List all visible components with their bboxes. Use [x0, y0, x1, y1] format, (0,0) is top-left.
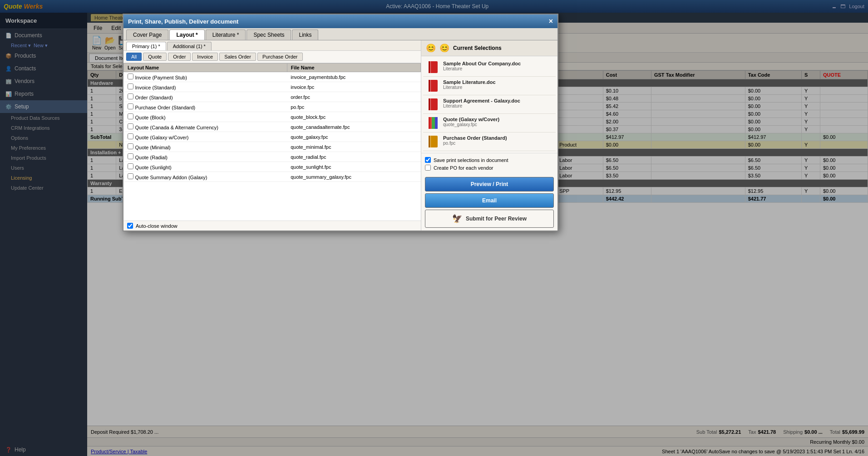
- filter-bar: All Quote Order Invoice Sales Order Purc…: [123, 51, 421, 63]
- list-item[interactable]: Quote Summary Addon (Galaxy) quote_summa…: [124, 172, 421, 182]
- filter-sales-order[interactable]: Sales Order: [219, 53, 256, 61]
- svg-rect-7: [429, 98, 430, 110]
- layout-checkbox[interactable]: [128, 133, 133, 139]
- smiley-happy-icon: 😊: [439, 43, 449, 53]
- selection-title-4: Quote (Galaxy w/Cover): [443, 117, 552, 122]
- selection-sub-4: quote_galaxy.fpc: [443, 122, 552, 127]
- file-name: quote_canadaalternate.fpc: [287, 122, 420, 132]
- list-item[interactable]: Quote (Block) quote_block.fpc: [124, 112, 421, 122]
- book-icon-3: [427, 98, 439, 111]
- selection-text-2: Sample Literature.doc Literature: [443, 79, 552, 90]
- list-item[interactable]: Invoice (Payment Stub) invoice_paymentst…: [124, 72, 421, 82]
- option-po-row: Create PO for each vendor: [425, 164, 554, 172]
- auto-close-checkbox[interactable]: [127, 223, 133, 229]
- file-name: quote_sunlight.fpc: [287, 162, 420, 172]
- filter-all[interactable]: All: [126, 53, 142, 61]
- sub-tab-primary[interactable]: Primary (1) *: [126, 42, 166, 50]
- layout-checkbox[interactable]: [128, 123, 133, 129]
- tab-links[interactable]: Links: [292, 29, 318, 40]
- layout-checkbox[interactable]: [128, 93, 133, 99]
- book-icon-4: [427, 117, 439, 129]
- modal-close-button[interactable]: ×: [549, 17, 553, 25]
- layout-checkbox[interactable]: [128, 153, 133, 159]
- layout-checkbox[interactable]: [128, 103, 133, 109]
- email-button[interactable]: Email: [425, 193, 554, 208]
- tab-spec-sheets[interactable]: Spec Sheets: [247, 29, 291, 40]
- selections-list: Sample About Our Company.doc Literature: [421, 56, 557, 153]
- col-layout-name: Layout Name: [124, 64, 287, 72]
- peer-review-button[interactable]: 🦅 Submit for Peer Review: [425, 210, 554, 228]
- selection-title-3: Support Agreement - Galaxy.doc: [443, 98, 552, 103]
- list-item: Purchase Order (Standard) po.fpc: [423, 132, 556, 151]
- tab-layout[interactable]: Layout *: [169, 29, 204, 40]
- tab-cover-page[interactable]: Cover Page: [126, 29, 168, 40]
- peer-review-icon: 🦅: [452, 214, 462, 224]
- book-icon-2: [427, 79, 439, 92]
- sub-tab-additional[interactable]: Additional (1) *: [167, 42, 212, 50]
- selection-sub-5: po.fpc: [443, 141, 552, 146]
- smiley-yellow-icon: 😊: [426, 43, 436, 53]
- peer-review-label: Submit for Peer Review: [466, 216, 527, 222]
- svg-rect-2: [430, 61, 431, 73]
- layout-checkbox[interactable]: [128, 143, 133, 149]
- file-name: order.fpc: [287, 92, 420, 102]
- svg-rect-1: [429, 61, 430, 73]
- svg-rect-8: [430, 98, 431, 110]
- sub-tabs: Primary (1) * Additional (1) *: [123, 40, 421, 51]
- current-selections-header: 😊 😊 Current Selections: [421, 40, 557, 56]
- current-selections-title: Current Selections: [453, 45, 502, 51]
- list-item[interactable]: Quote (Canada & Alternate Currency) quot…: [124, 122, 421, 132]
- file-name: quote_minimal.fpc: [287, 142, 420, 152]
- layout-table-area: Layout Name File Name Invoice (Payment S…: [123, 63, 421, 221]
- filter-purchase-order[interactable]: Purchase Order: [257, 53, 303, 61]
- selection-title-1: Sample About Our Company.doc: [443, 61, 552, 66]
- file-name: invoice.fpc: [287, 82, 420, 92]
- option-save-label: Save print selections in document: [434, 157, 508, 163]
- selection-sub-1: Literature: [443, 66, 552, 71]
- col-file-name: File Name: [287, 64, 420, 72]
- layout-table: Layout Name File Name Invoice (Payment S…: [123, 63, 421, 182]
- modal-body: Primary (1) * Additional (1) * All Quote…: [123, 40, 557, 230]
- layout-checkbox[interactable]: [128, 173, 133, 179]
- list-item[interactable]: Quote (Galaxy w/Cover) quote_galaxy.fpc: [124, 132, 421, 142]
- list-item[interactable]: Quote (Sunlight) quote_sunlight.fpc: [124, 162, 421, 172]
- filter-quote[interactable]: Quote: [143, 53, 167, 61]
- preview-print-button[interactable]: Preview / Print: [425, 177, 554, 191]
- svg-rect-5: [430, 80, 431, 92]
- filter-invoice[interactable]: Invoice: [192, 53, 218, 61]
- option-po-checkbox[interactable]: [425, 165, 431, 171]
- selection-text-1: Sample About Our Company.doc Literature: [443, 61, 552, 71]
- svg-rect-15: [430, 136, 431, 147]
- option-save-checkbox[interactable]: [425, 157, 431, 163]
- list-item[interactable]: Purchase Order (Standard) po.fpc: [124, 102, 421, 112]
- modal-title: Print, Share, Publish, Deliver document: [128, 18, 238, 25]
- layout-checkbox[interactable]: [128, 163, 133, 169]
- layout-table-header: Layout Name File Name: [124, 64, 421, 72]
- layout-checkbox[interactable]: [128, 83, 133, 89]
- file-name: invoice_paymentstub.fpc: [287, 72, 420, 82]
- selection-text-5: Purchase Order (Standard) po.fpc: [443, 135, 552, 146]
- modal-left-panel: Primary (1) * Additional (1) * All Quote…: [123, 40, 421, 230]
- list-item[interactable]: Order (Standard) order.fpc: [124, 92, 421, 102]
- auto-close-bar: Auto-close window: [123, 221, 421, 230]
- file-name: quote_block.fpc: [287, 112, 420, 122]
- book-icon-5: [427, 135, 439, 148]
- layout-checkbox[interactable]: [128, 113, 133, 119]
- svg-rect-14: [429, 136, 430, 147]
- list-item[interactable]: Quote (Minimal) quote_minimal.fpc: [124, 142, 421, 152]
- tab-literature[interactable]: Literature *: [206, 29, 246, 40]
- list-item[interactable]: Invoice (Standard) invoice.fpc: [124, 82, 421, 92]
- book-icon-1: [427, 61, 439, 74]
- selection-sub-2: Literature: [443, 85, 552, 90]
- modal-actions: Preview / Print Email 🦅 Submit for Peer …: [421, 174, 557, 230]
- list-item: Sample About Our Company.doc Literature: [423, 58, 556, 77]
- print-share-modal: Print, Share, Publish, Deliver document …: [123, 14, 558, 231]
- filter-order[interactable]: Order: [168, 53, 191, 61]
- selection-text-3: Support Agreement - Galaxy.doc Literatur…: [443, 98, 552, 108]
- layout-checkbox[interactable]: [128, 74, 133, 79]
- list-item[interactable]: Quote (Radial) quote_radial.fpc: [124, 152, 421, 162]
- svg-rect-11: [435, 117, 438, 129]
- file-name: quote_galaxy.fpc: [287, 132, 420, 142]
- list-item: Quote (Galaxy w/Cover) quote_galaxy.fpc: [423, 114, 556, 132]
- file-name: po.fpc: [287, 102, 420, 112]
